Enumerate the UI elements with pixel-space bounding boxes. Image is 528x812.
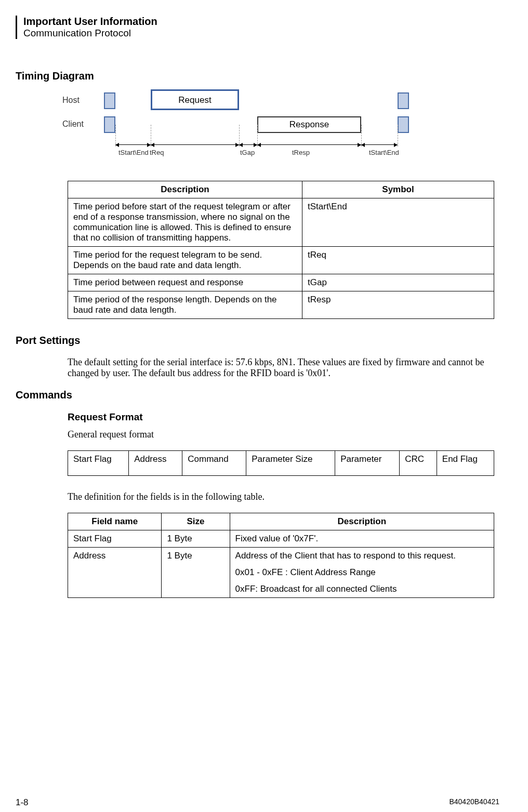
- table-row: Time period for the request telegram to …: [68, 247, 494, 274]
- tick-treq: tReq: [150, 149, 164, 156]
- section-title-port: Port Settings: [16, 335, 499, 347]
- cell-sym: tStart\End: [302, 198, 494, 247]
- field-intro: The definition for the fields is in the …: [68, 491, 494, 502]
- cell: Parameter: [335, 451, 400, 476]
- th-desc: Description: [230, 513, 494, 530]
- th-size: Size: [162, 513, 230, 530]
- arrow-tresp: [257, 144, 361, 145]
- cell: Command: [182, 451, 246, 476]
- tick-tstartend-right: tStart\End: [369, 149, 399, 156]
- table-row: Start Flag Address Command Parameter Siz…: [68, 451, 494, 476]
- cell-desc-line: Address of the Client that has to respon…: [235, 551, 489, 561]
- cell: Start Flag: [68, 451, 129, 476]
- cell-desc: Time period of the response length. Depe…: [68, 291, 302, 319]
- field-table: Field name Size Description Start Flag 1…: [68, 513, 494, 598]
- cell-desc-line: 0xFF: Broadcast for all connected Client…: [235, 584, 489, 594]
- th-fieldname: Field name: [68, 513, 162, 530]
- header-subtitle: Communication Protocol: [23, 28, 499, 39]
- header-title: Important User Information: [23, 16, 499, 28]
- page-footer: 1-8 B40420B40421: [16, 797, 499, 808]
- table-row: Time period before start of the request …: [68, 198, 494, 247]
- cell: Parameter Size: [246, 451, 335, 476]
- diagram-client-label: Client: [62, 119, 84, 129]
- page-header: Important User Information Communication…: [16, 16, 499, 39]
- section-title-commands: Commands: [16, 389, 499, 401]
- table-header-row: Field name Size Description: [68, 513, 494, 530]
- cell-sym: tReq: [302, 247, 494, 274]
- diagram-host-end-box: [398, 92, 409, 109]
- request-format-table: Start Flag Address Command Parameter Siz…: [68, 450, 494, 476]
- table-row: Start Flag 1 Byte Fixed value of '0x7F'.: [68, 530, 494, 548]
- diagram-client-start-box: [104, 116, 115, 133]
- request-format-title: Request Format: [68, 411, 494, 423]
- cell-size: 1 Byte: [162, 530, 230, 548]
- table-header-row: Description Symbol: [68, 181, 494, 198]
- cell-name: Address: [68, 548, 162, 598]
- tick-tgap: tGap: [240, 149, 255, 156]
- arrow-tstartend-left: [115, 144, 151, 145]
- cell-desc-line: 0x01 - 0xFE : Client Address Range: [235, 567, 489, 578]
- cell: CRC: [400, 451, 437, 476]
- timing-table: Description Symbol Time period before st…: [68, 181, 494, 319]
- tick-tstartend-left: tStart\End: [118, 149, 149, 156]
- th-description: Description: [68, 181, 302, 198]
- arrow-tgap: [239, 144, 257, 145]
- diagram-host-start-box: [104, 92, 115, 109]
- diagram-response-box: Response: [257, 116, 361, 133]
- section-title-timing: Timing Diagram: [16, 70, 499, 82]
- cell-size: 1 Byte: [162, 548, 230, 598]
- diagram-host-label: Host: [62, 96, 80, 105]
- commands-block: Request Format General request format St…: [68, 411, 494, 598]
- cell-desc: Time period between request and response: [68, 274, 302, 291]
- table-row: Time period of the response length. Depe…: [68, 291, 494, 319]
- footer-doc-id: B40420B40421: [449, 797, 499, 808]
- port-settings-text: The default setting for the serial inter…: [68, 357, 494, 379]
- cell-desc-line: Fixed value of '0x7F'.: [235, 534, 489, 544]
- diagram-request-box: Request: [151, 89, 239, 110]
- cell-desc: Fixed value of '0x7F'.: [230, 530, 494, 548]
- cell: Address: [129, 451, 182, 476]
- arrow-tstartend-right: [361, 144, 398, 145]
- cell-sym: tGap: [302, 274, 494, 291]
- footer-page: 1-8: [16, 797, 29, 808]
- table-row: Address 1 Byte Address of the Client tha…: [68, 548, 494, 598]
- cell-sym: tResp: [302, 291, 494, 319]
- timing-diagram: Host Client Request Response tStart\End …: [68, 92, 494, 165]
- table-row: Time period between request and response…: [68, 274, 494, 291]
- cell-name: Start Flag: [68, 530, 162, 548]
- cell: End Flag: [437, 451, 494, 476]
- tick-tresp: tResp: [292, 149, 310, 156]
- th-symbol: Symbol: [302, 181, 494, 198]
- cell-desc: Address of the Client that has to respon…: [230, 548, 494, 598]
- diagram-client-end-box: [398, 116, 409, 133]
- arrow-treq: [151, 144, 239, 145]
- timing-diagram-container: Host Client Request Response tStart\End …: [68, 92, 494, 319]
- cell-desc: Time period for the request telegram to …: [68, 247, 302, 274]
- request-format-sub: General request format: [68, 429, 494, 440]
- cell-desc: Time period before start of the request …: [68, 198, 302, 247]
